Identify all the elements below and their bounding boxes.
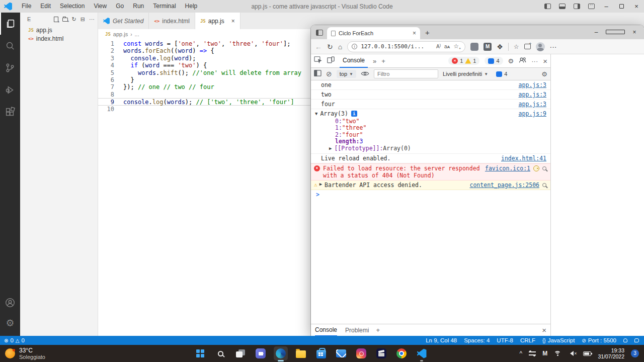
run-debug-icon[interactable] xyxy=(0,79,20,101)
console-sidebar-icon[interactable] xyxy=(314,69,321,78)
error-warning-badge[interactable]: ×1 1 xyxy=(448,57,479,65)
browser-minimize-button[interactable]: – xyxy=(587,25,606,39)
taskbar-chat-icon[interactable] xyxy=(254,346,268,360)
vscode-close-button[interactable]: × xyxy=(629,0,644,13)
messages-badge[interactable]: 4 xyxy=(485,57,503,65)
status-javascript[interactable]: {}JavaScript xyxy=(542,337,575,343)
more-tabs-icon[interactable]: » xyxy=(373,57,376,65)
browser-more-menu-icon[interactable]: ··· xyxy=(550,43,557,51)
log-levels-selector[interactable]: Livelli predefiniti▼ xyxy=(443,71,488,77)
file-item-index.html[interactable]: <>index.html xyxy=(20,34,98,43)
home-icon[interactable]: ⌂ xyxy=(338,43,342,51)
vscode-minimize-button[interactable]: – xyxy=(599,0,614,13)
drawer-tab-problemi[interactable]: Problemi xyxy=(345,324,369,336)
drawer-tab-console[interactable]: Console xyxy=(315,324,337,336)
file-item-app.js[interactable]: JSapp.js xyxy=(20,26,98,34)
devtools-close-icon[interactable]: × xyxy=(543,57,547,65)
weather-widget[interactable]: 33°C Soleggiato xyxy=(0,347,101,360)
browser-maximize-button[interactable] xyxy=(606,25,625,39)
page-content[interactable] xyxy=(551,54,644,336)
add-panel-icon[interactable]: + xyxy=(381,57,385,65)
tray-chevron-up-icon[interactable]: ^ xyxy=(520,350,523,357)
extension-m-icon[interactable]: M xyxy=(484,43,492,51)
menu-item-view[interactable]: View xyxy=(89,3,111,10)
collections-icon[interactable] xyxy=(524,44,531,49)
browser-tab[interactable]: Ciclo ForEach × xyxy=(327,27,420,39)
notification-count-badge[interactable]: 3 xyxy=(631,349,639,357)
translate-icon[interactable]: aA xyxy=(444,44,450,49)
taskbar-instagram-icon[interactable] xyxy=(354,346,368,360)
toggle-sidebar-icon[interactable] xyxy=(544,4,551,9)
collapse-caret-icon[interactable]: ▼ xyxy=(315,111,317,116)
source-link[interactable]: app.js:3 xyxy=(519,81,546,88)
taskbar-mail-icon[interactable] xyxy=(334,346,348,360)
device-toolbar-icon[interactable] xyxy=(327,56,335,65)
issues-people-icon[interactable] xyxy=(519,56,526,65)
bell-icon[interactable] xyxy=(634,338,639,342)
add-favorite-icon[interactable]: ☆+ xyxy=(453,43,461,50)
settings-gear-icon[interactable]: ⚙ xyxy=(0,314,20,336)
extension-icon[interactable] xyxy=(470,43,478,51)
menu-item-help[interactable]: Help xyxy=(181,3,202,10)
console-array-row[interactable]: ▼Array(3)iapp.js:90: "two"1: "three"2: "… xyxy=(311,109,550,154)
drawer-add-icon[interactable]: + xyxy=(376,326,380,334)
menu-item-edit[interactable]: Edit xyxy=(36,3,55,10)
taskbar-task-view-icon[interactable] xyxy=(233,346,248,360)
console-messages-badge[interactable]: 4 xyxy=(493,70,511,78)
taskbar-file-explorer-icon[interactable] xyxy=(294,346,308,360)
explorer-more-actions-icon[interactable]: ··· xyxy=(89,16,95,22)
status-ln-9-col-48[interactable]: Ln 9, Col 48 xyxy=(426,337,457,343)
wifi-icon[interactable] xyxy=(554,351,561,356)
taskbar-vscode-icon[interactable] xyxy=(415,346,429,360)
search-icon[interactable] xyxy=(542,166,546,170)
issue-icon[interactable] xyxy=(533,165,539,171)
taskbar-chrome-icon[interactable] xyxy=(394,346,409,360)
taskbar-search-icon[interactable] xyxy=(213,346,227,360)
problems-warnings-indicator[interactable]: △0 xyxy=(16,337,25,343)
search-icon[interactable] xyxy=(0,35,20,57)
array-property-row[interactable]: 2: "four" xyxy=(311,131,550,138)
favorites-icon[interactable]: ☆ xyxy=(514,43,519,50)
url-bar[interactable]: i 127.0.0.1:5500/i... A) aA ☆+ xyxy=(347,41,465,52)
battery-icon[interactable] xyxy=(583,351,591,356)
source-link[interactable]: content_page.js:2506 xyxy=(470,182,539,189)
tab-close-icon[interactable]: × xyxy=(413,30,416,37)
menu-item-terminal[interactable]: Terminal xyxy=(148,3,180,10)
toggle-panel-icon[interactable] xyxy=(559,4,566,9)
menu-item-go[interactable]: Go xyxy=(111,3,128,10)
array-property-row[interactable]: ▶[[Prototype]]: Array(0) xyxy=(311,145,550,152)
tab-actions-icon[interactable] xyxy=(316,30,323,36)
tab-close-icon[interactable]: × xyxy=(231,18,235,25)
new-folder-icon[interactable] xyxy=(62,17,68,22)
status-port-5500[interactable]: ⊘Port : 5500 xyxy=(582,337,616,343)
devtools-console-tab[interactable]: Console xyxy=(340,54,368,68)
devtools-settings-gear-icon[interactable]: ⚙ xyxy=(508,57,514,65)
problems-errors-indicator[interactable]: ⊗0 xyxy=(4,337,14,343)
volume-muted-icon[interactable]: × xyxy=(568,351,577,356)
site-info-icon[interactable]: i xyxy=(352,44,357,49)
account-icon[interactable] xyxy=(0,292,20,314)
tab-get-started[interactable]: Get Started xyxy=(98,13,149,29)
tab-index.html[interactable]: <>index.html xyxy=(149,13,195,29)
console-prompt[interactable]: > xyxy=(311,190,550,199)
status-spaces-4[interactable]: Spaces: 4 xyxy=(464,337,490,343)
extensions-icon[interactable] xyxy=(0,101,20,123)
source-link[interactable]: favicon.ico:1 xyxy=(485,165,530,172)
source-link[interactable]: app.js:3 xyxy=(519,91,546,98)
source-link[interactable]: app.js:3 xyxy=(519,101,546,108)
new-tab-button[interactable]: + xyxy=(425,28,430,37)
array-property-row[interactable]: length: 3 xyxy=(311,138,550,145)
collapse-folders-icon[interactable]: ⊟ xyxy=(80,16,85,23)
feedback-icon[interactable] xyxy=(623,338,627,342)
source-link[interactable]: app.js:9 xyxy=(519,110,546,117)
menu-item-selection[interactable]: Selection xyxy=(55,3,89,10)
status-crlf[interactable]: CRLF xyxy=(520,337,535,343)
profile-avatar[interactable] xyxy=(536,42,545,51)
array-property-row[interactable]: 0: "two" xyxy=(311,118,550,125)
source-control-icon[interactable] xyxy=(0,57,20,79)
vscode-restore-button[interactable] xyxy=(614,0,629,13)
source-link[interactable]: index.html:41 xyxy=(501,155,546,162)
refresh-icon[interactable]: ↻ xyxy=(327,43,333,51)
taskbar-start-icon[interactable] xyxy=(193,346,207,360)
expand-caret-icon[interactable]: ▶ xyxy=(329,146,332,151)
